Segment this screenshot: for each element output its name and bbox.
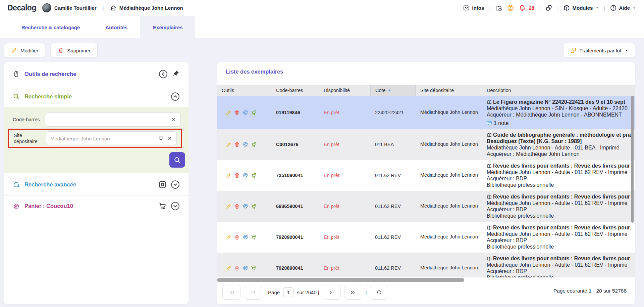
search-submit-button[interactable] xyxy=(169,152,185,168)
row-availability: En prêt xyxy=(313,253,370,277)
documents-button[interactable] xyxy=(495,5,502,11)
highlight-red-box: Site dépositaire ✕ xyxy=(8,129,182,148)
edit-row-icon[interactable] xyxy=(226,234,231,240)
column-header-outils[interactable]: Outils xyxy=(217,85,271,96)
table-row[interactable]: 7920890041 En prêt 011.62 REV Médiathèqu… xyxy=(217,253,635,277)
column-header-description[interactable]: Description xyxy=(482,85,635,96)
delete-button[interactable]: Supprimer xyxy=(51,43,97,58)
info-icon xyxy=(610,5,616,11)
tab-recherche-catalogage[interactable]: Recherche & catalogage xyxy=(9,16,93,38)
refresh-button[interactable] xyxy=(370,285,388,300)
links-button[interactable] xyxy=(546,5,552,11)
help-menu[interactable]: Aide xyxy=(610,5,636,11)
clear-barcode-icon[interactable]: ✕ xyxy=(170,117,176,123)
collapse-panel-button[interactable] xyxy=(159,70,168,79)
basket-icon xyxy=(13,203,20,210)
refresh-search-row-icon[interactable] xyxy=(243,265,248,271)
row-availability: En prêt xyxy=(313,96,370,129)
site-input[interactable] xyxy=(50,136,158,141)
add-to-cart-row-icon[interactable] xyxy=(251,173,257,178)
collapse-section-button[interactable] xyxy=(171,92,180,101)
row-site: Médiathèque John Lennon xyxy=(416,96,482,129)
rewind-page-button[interactable] xyxy=(222,285,240,300)
barcode-input[interactable] xyxy=(49,117,170,123)
delete-row-icon[interactable] xyxy=(234,142,240,147)
page-number-input[interactable] xyxy=(283,287,293,297)
site-label: Site dépositaire xyxy=(14,132,46,144)
refresh-search-row-icon[interactable] xyxy=(243,234,248,240)
expand-section-button[interactable] xyxy=(171,180,180,189)
edit-row-icon[interactable] xyxy=(226,173,231,178)
next-page-button[interactable] xyxy=(323,285,341,300)
refresh-search-row-icon[interactable] xyxy=(243,142,248,147)
row-cote: 011 BEA xyxy=(370,129,416,160)
header-separator: | xyxy=(103,5,104,11)
row-details: Médiathèque John Lennon - Adulte - 011.6… xyxy=(487,200,633,219)
expand-basket-button[interactable] xyxy=(171,202,180,211)
row-note[interactable]: 1 note xyxy=(487,120,633,126)
column-header-cote[interactable]: Cote xyxy=(370,85,416,96)
modules-menu[interactable]: Modules xyxy=(564,5,599,11)
row-site: Médiathèque John Lennon xyxy=(416,160,482,191)
cart-icon[interactable] xyxy=(159,202,167,210)
row-cote: 011.62 REV xyxy=(370,160,416,191)
edit-row-icon[interactable] xyxy=(226,265,231,271)
add-to-cart-row-icon[interactable] xyxy=(251,265,257,271)
vertical-scrollbar[interactable] xyxy=(631,96,634,223)
column-header-disponibilite[interactable]: Disponibilité xyxy=(313,85,370,96)
header-separator: | xyxy=(489,5,490,11)
bell-icon xyxy=(519,5,526,11)
horizontal-scroll-zone xyxy=(217,277,635,283)
library-selector[interactable]: Médiathèque John Lennon xyxy=(110,5,183,11)
funnel-icon[interactable] xyxy=(158,136,164,141)
table-row[interactable]: 6936590041 En prêt 011.62 REV Médiathèqu… xyxy=(217,191,635,222)
row-description: Guide de bibliographie générale : méthod… xyxy=(482,129,635,160)
infos-button[interactable]: Infos xyxy=(463,5,484,11)
refresh-search-row-icon[interactable] xyxy=(243,204,248,209)
pencil-icon xyxy=(11,47,17,53)
column-header-code-barres[interactable]: Code-barres xyxy=(271,85,313,96)
app-header: Decalog Camille Tourtillier | Médiathèqu… xyxy=(0,0,644,16)
book-icon xyxy=(487,133,492,138)
book-icon xyxy=(487,100,492,105)
bookmark-icon[interactable] xyxy=(158,180,167,189)
notifications-button[interactable]: 28 xyxy=(519,5,534,11)
delete-row-icon[interactable] xyxy=(234,234,240,240)
help-label: Aide xyxy=(619,5,630,11)
row-site: Médiathèque John Lennon xyxy=(416,129,482,160)
delete-row-icon[interactable] xyxy=(234,265,240,271)
tab-exemplaires[interactable]: Exemplaires xyxy=(140,16,195,38)
horizontal-scrollbar[interactable] xyxy=(217,278,464,282)
table-row[interactable]: 019119846 En prêt 22420-22421 Médiathèqu… xyxy=(217,96,635,129)
fast-forward-button[interactable] xyxy=(344,285,362,300)
envelope-icon xyxy=(463,5,470,11)
column-header-site-depositaire[interactable]: Site dépositaire xyxy=(416,85,482,96)
delete-row-icon[interactable] xyxy=(234,110,240,116)
add-to-cart-row-icon[interactable] xyxy=(251,110,257,116)
pin-icon[interactable] xyxy=(172,70,180,78)
tab-autorites[interactable]: Autorités xyxy=(93,16,140,38)
first-page-button[interactable] xyxy=(244,285,262,300)
add-to-cart-row-icon[interactable] xyxy=(251,204,257,209)
add-to-cart-row-icon[interactable] xyxy=(251,234,257,240)
edit-row-icon[interactable] xyxy=(226,110,231,116)
table-row[interactable]: C0012676 En prêt 011 BEA Médiathèque Joh… xyxy=(217,129,635,160)
user-menu[interactable]: Camille Tourtillier xyxy=(42,3,97,12)
edit-row-icon[interactable] xyxy=(226,204,231,209)
clear-site-icon[interactable]: ✕ xyxy=(167,135,172,141)
table-row[interactable]: 7920900041 En prêt 011.62 REV Médiathèqu… xyxy=(217,222,635,253)
delete-row-icon[interactable] xyxy=(234,173,240,178)
batch-processing-button[interactable]: Traitements par lot xyxy=(563,43,636,58)
broadcast-button[interactable] xyxy=(507,5,514,11)
avatar[interactable] xyxy=(42,3,51,12)
refresh-search-row-icon[interactable] xyxy=(243,110,248,116)
delete-row-icon[interactable] xyxy=(234,204,240,209)
edit-button[interactable]: Modifier xyxy=(4,43,45,58)
barcode-label: Code-barres xyxy=(13,117,45,123)
edit-row-icon[interactable] xyxy=(226,142,231,147)
house-icon xyxy=(110,5,116,11)
search-icon xyxy=(174,157,181,164)
table-row[interactable]: 7251080041 En prêt 011.62 REV Médiathèqu… xyxy=(217,160,635,191)
add-to-cart-row-icon[interactable] xyxy=(251,142,257,147)
refresh-search-row-icon[interactable] xyxy=(243,173,248,178)
